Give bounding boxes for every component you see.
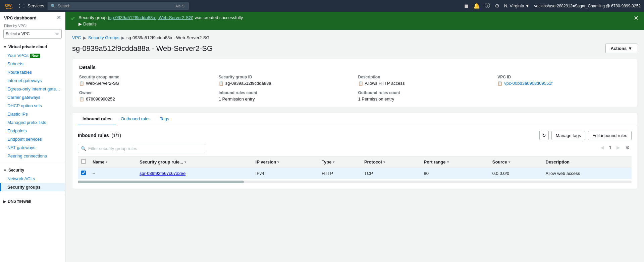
horizontal-scrollbar[interactable] xyxy=(78,181,632,183)
sort-icon: ▿ xyxy=(508,160,510,164)
rule-id-link[interactable]: sgr-039f92fe67c67a2ee xyxy=(140,171,185,176)
row-type: HTTP xyxy=(318,168,361,179)
banner-close-button[interactable]: ✕ xyxy=(634,15,639,21)
vpc-id-link[interactable]: vpc-00bd3a0908d09551f xyxy=(504,81,552,86)
row-port-range: 80 xyxy=(420,168,489,179)
sidebar-item-nat-gateways[interactable]: NAT gateways xyxy=(0,143,65,152)
edit-inbound-rules-button[interactable]: Edit inbound rules xyxy=(588,131,632,140)
cloud-icon[interactable]: ◼ xyxy=(464,3,469,9)
th-ip-version: IP version ▿ xyxy=(252,156,319,168)
chevron-down-icon: ▼ xyxy=(3,169,7,172)
vpc-section-header[interactable]: ▼ Virtual private cloud xyxy=(0,43,65,51)
success-sg-link[interactable]: sg-0939a512f9cdda88a | Web-Server2-SG xyxy=(109,15,192,20)
sidebar-item-egress-gateways[interactable]: Egress-only internet gateways xyxy=(0,85,65,93)
success-icon: ✔ xyxy=(71,15,75,22)
vpc-id-label: VPC ID xyxy=(497,75,630,79)
user-menu[interactable]: voclabs/user2882912=Sagar_Chamling @ 678… xyxy=(534,4,641,8)
dns-firewall-section-header[interactable]: ▶ DNS firewall xyxy=(0,197,65,206)
next-page-button[interactable]: ▶ xyxy=(614,143,622,151)
search-icon: 🔍 xyxy=(51,4,56,8)
page-content: VPC ▶ Security Groups ▶ sg-0939a512f9cdd… xyxy=(65,30,644,262)
sidebar-item-network-acls[interactable]: Network ACLs xyxy=(0,175,65,183)
search-input[interactable] xyxy=(58,4,172,8)
sidebar-item-your-vpcs[interactable]: Your VPCsNew xyxy=(0,51,65,60)
sidebar-item-subnets[interactable]: Subnets xyxy=(0,60,65,68)
region-selector[interactable]: N. Virginia ▼ xyxy=(504,3,530,8)
search-bar[interactable]: 🔍 [Alt+S] xyxy=(48,2,189,10)
sidebar-item-internet-gateways[interactable]: Internet gateways xyxy=(0,76,65,85)
vpc-filter-select[interactable]: Select a VPC xyxy=(3,29,62,39)
tabs-header: Inbound rules Outbound rules Tags xyxy=(72,113,637,125)
copy-icon[interactable]: 📋 xyxy=(358,81,363,86)
select-all-checkbox[interactable] xyxy=(81,159,86,164)
table-row[interactable]: – sgr-039f92fe67c67a2ee IPv4 HTTP TCP 80… xyxy=(78,168,632,179)
success-details-toggle[interactable]: ▶ Details xyxy=(78,21,243,26)
sidebar-header: VPC dashboard ✕ xyxy=(0,12,65,22)
row-name: – xyxy=(89,168,136,179)
row-source: 0.0.0.0/0 xyxy=(489,168,542,179)
owner-label: Owner xyxy=(79,90,212,95)
sidebar-section-dns-firewall: ▶ DNS firewall xyxy=(0,196,65,207)
security-section-label: Security xyxy=(8,168,24,173)
details-card: Details Security group name 📋 Web-Server… xyxy=(72,59,637,107)
sidebar-item-carrier-gateways[interactable]: Carrier gateways xyxy=(0,93,65,102)
sidebar-item-security-groups[interactable]: Security groups xyxy=(0,183,65,191)
region-label: N. Virginia xyxy=(504,3,524,8)
filter-label: Filter by VPC: xyxy=(0,22,65,28)
copy-icon[interactable]: 📋 xyxy=(219,81,224,86)
sidebar-item-elastic-ips[interactable]: Elastic IPs xyxy=(0,110,65,118)
top-navigation: ⋮⋮ Services 🔍 [Alt+S] ◼ 🔔 ⓘ ⚙ N. Virgini… xyxy=(0,0,644,12)
table-settings-button[interactable]: ⚙ xyxy=(624,143,632,151)
manage-tags-button[interactable]: Manage tags xyxy=(551,131,585,140)
copy-icon[interactable]: 📋 xyxy=(79,81,84,86)
sidebar-item-route-tables[interactable]: Route tables xyxy=(0,68,65,76)
chevron-down-icon: ▼ xyxy=(3,45,7,49)
sidebar-item-endpoints[interactable]: Endpoints xyxy=(0,127,65,135)
actions-button[interactable]: Actions ▼ xyxy=(605,44,637,53)
pagination-row: ◀ 1 ▶ ⚙ xyxy=(598,143,632,151)
dns-firewall-section-label: DNS firewall xyxy=(8,199,31,204)
tab-tags[interactable]: Tags xyxy=(155,113,174,125)
security-section-header[interactable]: ▼ Security xyxy=(0,166,65,175)
sidebar-section-security: ▼ Security Network ACLs Security groups xyxy=(0,165,65,193)
chevron-down-icon: ▼ xyxy=(628,46,632,51)
tab-content-inbound: Inbound rules (1/1) ↻ Manage tags Edit i… xyxy=(72,125,637,189)
tabs-container: Inbound rules Outbound rules Tags Inboun… xyxy=(72,113,637,189)
aws-logo[interactable] xyxy=(3,3,14,9)
close-icon[interactable]: ✕ xyxy=(57,15,61,20)
th-rule-id: Security group rule... ▿ xyxy=(136,156,252,168)
sidebar-item-endpoint-services[interactable]: Endpoint services xyxy=(0,135,65,143)
search-icon: 🔍 xyxy=(81,146,86,151)
row-checkbox[interactable] xyxy=(81,171,86,175)
inbound-rules-table: Name ▿ Security group rule... ▿ xyxy=(78,156,632,179)
sidebar: VPC dashboard ✕ Filter by VPC: Select a … xyxy=(0,12,65,262)
sidebar-item-dhcp-option-sets[interactable]: DHCP option sets xyxy=(0,102,65,110)
sidebar-item-managed-prefix-lists[interactable]: Managed prefix lists xyxy=(0,118,65,127)
detail-owner: Owner 📋 678098990252 xyxy=(79,90,212,102)
copy-icon[interactable]: 📋 xyxy=(79,97,84,102)
breadcrumb: VPC ▶ Security Groups ▶ sg-0939a512f9cdd… xyxy=(72,35,637,40)
table-head: Name ▿ Security group rule... ▿ xyxy=(78,156,632,168)
refresh-button[interactable]: ↻ xyxy=(539,131,549,140)
help-icon[interactable]: ⓘ xyxy=(485,2,490,9)
prev-page-button[interactable]: ◀ xyxy=(598,143,606,151)
select-all-th xyxy=(78,156,89,168)
breadcrumb-vpc[interactable]: VPC xyxy=(72,35,81,40)
chevron-down-icon: ▼ xyxy=(525,3,530,8)
new-badge: New xyxy=(30,54,40,58)
sort-icon: ▿ xyxy=(184,160,186,164)
th-description: Description xyxy=(542,156,632,168)
tab-outbound-rules[interactable]: Outbound rules xyxy=(116,113,155,125)
detail-description: Description 📋 Allows HTTP access xyxy=(358,75,491,86)
sidebar-item-peering-connections[interactable]: Peering connections xyxy=(0,152,65,160)
services-menu[interactable]: ⋮⋮ Services xyxy=(17,3,44,8)
details-label: Details xyxy=(83,21,97,26)
filter-input[interactable] xyxy=(88,146,202,151)
copy-icon[interactable]: 📋 xyxy=(497,81,502,86)
breadcrumb-security-groups[interactable]: Security Groups xyxy=(88,35,119,40)
scrollbar-thumb xyxy=(78,181,244,183)
tab-inbound-rules[interactable]: Inbound rules xyxy=(78,113,116,125)
settings-icon[interactable]: ⚙ xyxy=(495,3,499,9)
bell-icon[interactable]: 🔔 xyxy=(473,3,480,9)
detail-vpc-id: VPC ID 📋 vpc-00bd3a0908d09551f xyxy=(497,75,630,86)
